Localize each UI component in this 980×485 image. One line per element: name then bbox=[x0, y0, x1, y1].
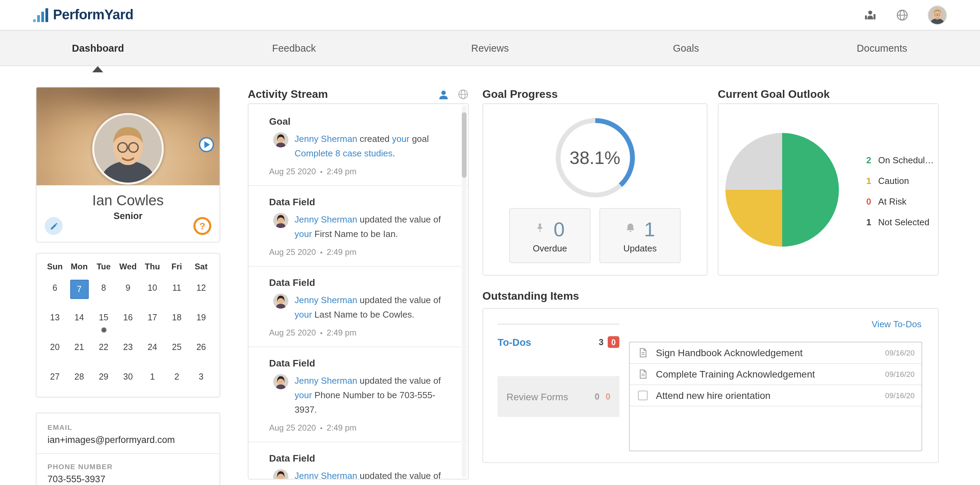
pdf-file-icon bbox=[638, 369, 649, 380]
calendar-day[interactable]: 14 bbox=[67, 306, 92, 335]
goal-link[interactable]: Complete 8 case studies bbox=[294, 148, 393, 158]
actor-avatar bbox=[273, 374, 288, 389]
calendar-day[interactable]: 29 bbox=[92, 365, 116, 395]
outstanding-items-title: Outstanding Items bbox=[482, 290, 579, 302]
todo-item[interactable]: Sign Handbook Acknowledgement 09/16/20 bbox=[630, 342, 921, 364]
email-label: EMAIL bbox=[48, 423, 208, 431]
user-avatar[interactable] bbox=[928, 5, 947, 24]
play-video-button[interactable] bbox=[199, 137, 214, 152]
activity-scrollbar-track[interactable] bbox=[462, 105, 466, 477]
calendar-day[interactable]: 11 bbox=[164, 276, 189, 306]
todos-alert-badge: 0 bbox=[608, 336, 619, 348]
performyard-logo[interactable]: PerformYard bbox=[33, 7, 134, 23]
calendar-day[interactable]: 13 bbox=[43, 306, 67, 335]
todo-item-text: Sign Handbook Acknowledgement bbox=[656, 347, 885, 358]
actor-link[interactable]: Jenny Sherman bbox=[294, 134, 357, 144]
event-dot bbox=[101, 327, 106, 333]
entry-category: Data Field bbox=[269, 453, 452, 464]
overdue-label: Overdue bbox=[533, 243, 567, 253]
review-alert-badge: 0 bbox=[606, 392, 611, 401]
calendar-day[interactable]: 6 bbox=[43, 276, 67, 306]
overdue-stat-box[interactable]: 0 Overdue bbox=[509, 208, 590, 263]
globe-filter-icon[interactable] bbox=[458, 89, 469, 100]
people-stats-icon[interactable] bbox=[864, 8, 877, 21]
question-mark-icon: ? bbox=[199, 220, 205, 231]
tab-documents[interactable]: Documents bbox=[784, 31, 980, 65]
calendar-day[interactable]: 17 bbox=[140, 306, 164, 335]
phone-value: 703-555-3937 bbox=[48, 474, 208, 484]
entry-text: Jenny Sherman created your goal Complete… bbox=[294, 132, 452, 161]
calendar-day[interactable]: 27 bbox=[43, 365, 67, 395]
calendar-day-with-event[interactable]: 15 bbox=[92, 306, 116, 335]
calendar-day[interactable]: 23 bbox=[116, 335, 140, 365]
calendar-day[interactable]: 25 bbox=[164, 335, 189, 365]
tab-reviews[interactable]: Reviews bbox=[392, 31, 588, 65]
calendar-day[interactable]: 24 bbox=[140, 335, 164, 365]
bell-icon bbox=[625, 223, 636, 236]
calendar-day[interactable]: 10 bbox=[140, 276, 164, 306]
goal-outlook-pie bbox=[725, 133, 839, 247]
todo-item[interactable]: Attend new hire orientation 09/16/20 bbox=[630, 385, 921, 407]
actor-link[interactable]: Jenny Sherman bbox=[294, 295, 357, 305]
entry-timestamp: Aug 25 2020•2:49 pm bbox=[269, 328, 452, 338]
pdf-file-icon bbox=[638, 347, 649, 358]
legend-count: 0 bbox=[860, 196, 871, 206]
your-link[interactable]: your bbox=[294, 229, 312, 239]
tab-todos[interactable]: To-Dos 3 0 bbox=[498, 336, 619, 348]
calendar-day[interactable]: 22 bbox=[92, 335, 116, 365]
logo-text: PerformYard bbox=[53, 7, 134, 23]
actor-link[interactable]: Jenny Sherman bbox=[294, 375, 357, 386]
todo-item[interactable]: Complete Training Acknowledgement 09/16/… bbox=[630, 364, 921, 385]
calendar-day[interactable]: 21 bbox=[67, 335, 92, 365]
edit-profile-button[interactable] bbox=[45, 217, 63, 235]
tab-feedback[interactable]: Feedback bbox=[196, 31, 392, 65]
tab-dashboard[interactable]: Dashboard bbox=[0, 31, 196, 65]
activity-stream-card: Goal Jenny Sherman created your goal Com… bbox=[248, 103, 469, 480]
activity-scrollbar-thumb[interactable] bbox=[462, 112, 466, 178]
your-link[interactable]: your bbox=[294, 390, 312, 400]
calendar-day[interactable]: 3 bbox=[189, 365, 213, 395]
calendar-day[interactable]: 18 bbox=[164, 306, 189, 335]
your-link[interactable]: your bbox=[294, 310, 312, 320]
entry-category: Data Field bbox=[269, 357, 452, 369]
updates-stat-box[interactable]: 1 Updates bbox=[600, 208, 681, 263]
calendar-day[interactable]: 19 bbox=[189, 306, 213, 335]
entry-category: Data Field bbox=[269, 277, 452, 288]
main-nav: Dashboard Feedback Reviews Goals Documen… bbox=[0, 30, 980, 66]
legend-row: 1 Not Selected bbox=[860, 212, 934, 232]
outstanding-items-card: View To-Dos To-Dos 3 0 Review Forms 0 0 … bbox=[482, 308, 939, 463]
calendar-day[interactable]: 16 bbox=[116, 306, 140, 335]
calendar-day[interactable]: 26 bbox=[189, 335, 213, 365]
entry-timestamp: Aug 25 2020•2:49 pm bbox=[269, 247, 452, 257]
todo-checkbox[interactable] bbox=[638, 391, 648, 400]
globe-icon[interactable] bbox=[896, 9, 908, 21]
calendar-day-header: Wed bbox=[116, 259, 140, 276]
calendar-day[interactable]: 20 bbox=[43, 335, 67, 365]
overdue-count: 0 bbox=[554, 218, 565, 241]
legend-row: 0 At Risk bbox=[860, 191, 934, 212]
actor-avatar bbox=[273, 213, 288, 228]
activity-entry: Data Field Jenny Sherman updated the val… bbox=[248, 442, 468, 480]
legend-count: 1 bbox=[860, 175, 871, 186]
calendar-day[interactable]: 28 bbox=[67, 365, 92, 395]
tab-review-forms[interactable]: Review Forms 0 0 bbox=[498, 376, 619, 417]
calendar-day[interactable]: 9 bbox=[116, 276, 140, 306]
help-button[interactable]: ? bbox=[193, 217, 211, 235]
calendar-day[interactable]: 30 bbox=[116, 365, 140, 395]
person-filter-icon[interactable] bbox=[438, 89, 449, 100]
calendar-day[interactable]: 12 bbox=[189, 276, 213, 306]
tab-goals[interactable]: Goals bbox=[588, 31, 784, 65]
actor-link[interactable]: Jenny Sherman bbox=[294, 471, 357, 480]
todos-tab-label: To-Dos bbox=[498, 337, 531, 348]
calendar-day-selected[interactable]: 7 bbox=[67, 276, 92, 306]
calendar-day[interactable]: 2 bbox=[164, 365, 189, 395]
your-link[interactable]: your bbox=[392, 134, 409, 144]
calendar-day[interactable]: 1 bbox=[140, 365, 164, 395]
calendar-card: Sun Mon Tue Wed Thu Fri Sat 6 7 8 9 10 1… bbox=[36, 253, 220, 397]
legend-row: 2 On Schedul… bbox=[860, 150, 934, 170]
actor-avatar bbox=[273, 132, 288, 147]
calendar-day[interactable]: 8 bbox=[92, 276, 116, 306]
actor-link[interactable]: Jenny Sherman bbox=[294, 214, 357, 225]
goal-outlook-title: Current Goal Outlook bbox=[718, 88, 830, 101]
view-todos-link[interactable]: View To-Dos bbox=[872, 319, 921, 329]
